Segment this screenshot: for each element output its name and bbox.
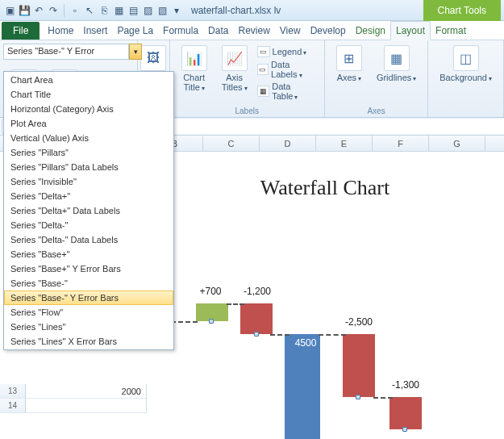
- qat-icon[interactable]: ▦: [112, 4, 125, 17]
- dropdown-item[interactable]: Plot Area: [4, 116, 173, 131]
- selection-handle[interactable]: [402, 427, 407, 432]
- chart-element-field[interactable]: Series "Base-" Y Error: [3, 44, 129, 60]
- axis-titles-button[interactable]: 📈Axis Titles: [217, 44, 252, 102]
- background-button[interactable]: ◫Background: [435, 44, 497, 86]
- qat-icon[interactable]: ▫: [69, 4, 81, 17]
- bar-delta-minus[interactable]: [240, 303, 273, 334]
- tab-pagelayout[interactable]: Page La: [112, 22, 158, 40]
- qat-icon[interactable]: ▤: [127, 4, 140, 17]
- save-icon[interactable]: 💾: [18, 4, 31, 17]
- excel-icon: ▣: [3, 4, 16, 17]
- dropdown-item[interactable]: Series "Base-": [4, 276, 173, 291]
- axes-button[interactable]: ⊞Axes: [331, 44, 367, 86]
- dropdown-item[interactable]: Series "Pillars" Data Labels: [4, 160, 173, 174]
- dropdown-item[interactable]: Series "Flow": [4, 305, 173, 320]
- col-header-g[interactable]: G: [429, 136, 485, 151]
- dropdown-item[interactable]: Series "Delta+": [4, 189, 173, 203]
- data-label: 4500: [283, 337, 328, 349]
- col-header-e[interactable]: E: [316, 136, 373, 151]
- connector-line: [227, 303, 244, 305]
- tab-design[interactable]: Design: [351, 22, 390, 40]
- bar-delta-minus[interactable]: [389, 397, 422, 429]
- chart-object[interactable]: Waterfall Chart +700 -1,200 4500 -2,500 …: [156, 168, 494, 434]
- window-title: waterfall-chart.xlsx lv: [191, 5, 281, 16]
- connector-line: [373, 397, 393, 399]
- dropdown-item[interactable]: Series "Base+" Y Error Bars: [4, 261, 173, 276]
- dropdown-item[interactable]: Series "Delta-" Data Labels: [4, 232, 173, 247]
- dropdown-item[interactable]: Series "Lines" X Error Bars: [4, 334, 173, 349]
- col-header-d[interactable]: D: [260, 136, 316, 151]
- legend-button[interactable]: ▭Legend: [257, 45, 318, 58]
- group-label-labels: Labels: [177, 107, 318, 115]
- dropdown-item[interactable]: Series "Pillars": [4, 145, 173, 160]
- chart-element-selector[interactable]: Series "Base-" Y Error ▾: [3, 44, 142, 60]
- col-header-f[interactable]: F: [373, 136, 429, 151]
- cell-a14[interactable]: [26, 399, 147, 413]
- selection-handle[interactable]: [356, 395, 360, 399]
- chart-title-button[interactable]: 📊Chart Title: [177, 44, 212, 102]
- qat-icon[interactable]: ⎘: [98, 4, 110, 17]
- chart-element-dropdown-button[interactable]: ▾: [129, 44, 142, 60]
- data-table-button[interactable]: ▦Data Table: [257, 81, 318, 102]
- dropdown-item[interactable]: Series "Base+": [4, 247, 173, 261]
- data-labels-button[interactable]: ▭Data Labels: [257, 59, 318, 80]
- dropdown-item[interactable]: Series "Delta+" Data Labels: [4, 203, 173, 218]
- tab-home[interactable]: Home: [43, 22, 78, 40]
- tab-data[interactable]: Data: [203, 22, 233, 40]
- row-header-13[interactable]: 13: [0, 384, 26, 399]
- tab-format[interactable]: Format: [431, 22, 471, 40]
- quick-access-toolbar: ▣ 💾 ↶ ↷ ▫ ↖ ⎘ ▦ ▤ ▨ ▧ ▾ waterfall-chart.…: [0, 0, 504, 21]
- connector-line: [319, 334, 346, 336]
- tab-view[interactable]: View: [275, 22, 306, 40]
- qat-icon[interactable]: ↖: [83, 4, 96, 17]
- qat-icon[interactable]: ▾: [170, 4, 183, 17]
- bar-delta-minus[interactable]: [343, 334, 375, 397]
- qat-icon[interactable]: ▧: [156, 4, 169, 17]
- redo-icon[interactable]: ↷: [47, 4, 60, 17]
- dropdown-item[interactable]: Horizontal (Category) Axis: [4, 102, 173, 116]
- file-tab[interactable]: File: [2, 22, 40, 40]
- dropdown-item[interactable]: Series "Delta-": [4, 218, 173, 232]
- data-label: -1,300: [383, 379, 428, 391]
- data-label: +700: [188, 286, 233, 297]
- connector-line: [270, 334, 289, 336]
- ribbon-tabs: File Home Insert Page La Formula Data Re…: [0, 21, 504, 40]
- selection-handle[interactable]: [254, 332, 259, 337]
- plot-area[interactable]: +700 -1,200 4500 -2,500 -1,300: [164, 216, 486, 410]
- tab-layout[interactable]: Layout: [390, 21, 431, 40]
- data-label: -2,500: [336, 316, 381, 328]
- dropdown-item-hover[interactable]: Series "Base-" Y Error Bars: [4, 291, 173, 305]
- chart-title[interactable]: Waterfall Chart: [156, 168, 494, 216]
- row-header-14[interactable]: 14: [0, 399, 26, 413]
- dropdown-item[interactable]: Series "Lines": [4, 320, 173, 334]
- row-headers: 13 14: [0, 384, 26, 413]
- undo-icon[interactable]: ↶: [32, 4, 45, 17]
- dropdown-item[interactable]: Chart Area: [4, 73, 173, 87]
- tab-review[interactable]: Review: [233, 22, 274, 40]
- bar-pillar[interactable]: [285, 334, 320, 439]
- cell-a13[interactable]: 2000: [26, 384, 147, 399]
- tab-formulas[interactable]: Formula: [158, 22, 203, 40]
- col-header-c[interactable]: C: [203, 136, 260, 151]
- data-label: -1,200: [235, 286, 280, 297]
- qat-icon[interactable]: ▨: [141, 4, 154, 17]
- gridlines-button[interactable]: ▦Gridlines: [372, 44, 421, 86]
- chart-element-dropdown[interactable]: Chart Area Chart Title Horizontal (Categ…: [3, 71, 174, 350]
- dropdown-item[interactable]: Series "Invisible": [4, 174, 173, 189]
- tab-developer[interactable]: Develop: [306, 22, 351, 40]
- dropdown-item[interactable]: Chart Title: [4, 87, 173, 102]
- chart-tools-tab: Chart Tools: [423, 0, 501, 21]
- dropdown-item[interactable]: Vertical (Value) Axis: [4, 131, 173, 145]
- tab-insert[interactable]: Insert: [78, 22, 112, 40]
- group-label-axes: Axes: [331, 107, 421, 115]
- selection-handle[interactable]: [209, 319, 214, 324]
